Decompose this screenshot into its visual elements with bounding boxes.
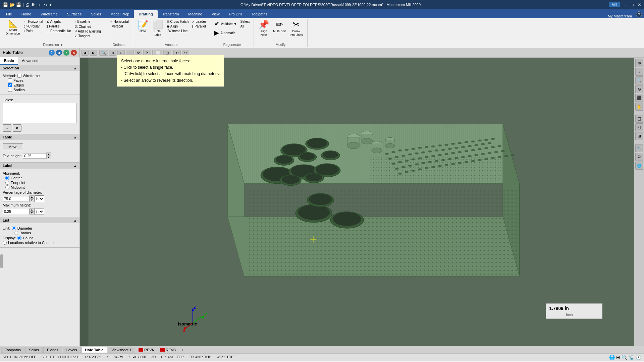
open-icon[interactable]: 📂 (9, 2, 15, 7)
selection-section-header[interactable]: Selection ▲ (0, 65, 79, 71)
max-height-down-button[interactable]: ▼ (30, 212, 34, 215)
save-icon[interactable]: 💾 (3, 2, 8, 7)
tab-surfaces[interactable]: Surfaces (62, 10, 86, 18)
tab-levels[interactable]: Levels (63, 347, 81, 353)
max-height-unit-select[interactable]: in (34, 208, 44, 215)
rt-btn5[interactable]: ⬛ (635, 94, 643, 102)
wifi-icon[interactable]: 📡 (629, 355, 634, 360)
horizontal-dim-button[interactable]: ↔ Horizontal (22, 19, 45, 24)
help-button[interactable]: ? (636, 11, 642, 17)
tab-toolpaths[interactable]: Toolpaths (247, 10, 272, 18)
viewport[interactable]: Select one or more internal hole faces: … (80, 48, 644, 346)
note-button[interactable]: 📝 Note (136, 19, 150, 34)
perpendicular-dim-button[interactable]: ⊥ Perpendicular (45, 29, 72, 33)
undo-icon[interactable]: ↩ (39, 2, 43, 7)
redo-icon[interactable]: ↪ (44, 2, 48, 7)
pct-diameter-input[interactable] (3, 196, 30, 201)
locations-radio[interactable] (3, 241, 7, 245)
tab-wireframe[interactable]: Wireframe (36, 10, 62, 18)
pct-unit-select[interactable]: in (34, 195, 44, 202)
text-height-down-button[interactable]: ▼ (46, 156, 51, 159)
tab-add-button[interactable]: + (179, 347, 185, 353)
tab-basic[interactable]: Basic (0, 57, 18, 65)
rt-btn4[interactable]: ⊖ (635, 85, 643, 93)
tab-drafting[interactable]: Drafting (134, 10, 157, 18)
globe-icon[interactable]: 🌐 (609, 355, 615, 360)
panel-cancel-button[interactable]: ✕ (71, 50, 77, 56)
bodies-checkbox[interactable] (8, 88, 12, 92)
print-icon[interactable]: 🖨 (25, 2, 30, 7)
pct-down-button[interactable]: ▼ (30, 199, 34, 202)
tab-pro-drill[interactable]: Pro Drill (224, 10, 247, 18)
text-height-up-button[interactable]: ▲ (46, 153, 51, 156)
rt-btn8[interactable]: ◱ (635, 123, 643, 131)
automatic-button[interactable]: ▶ Automatic (213, 28, 238, 37)
holes-add-button[interactable]: ↔ (3, 124, 11, 132)
max-height-up-button[interactable]: ▲ (30, 208, 34, 212)
preview-icon[interactable]: 👁 (31, 2, 35, 7)
close-button[interactable]: ✕ (638, 2, 641, 7)
pct-up-button[interactable]: ▲ (30, 195, 34, 199)
max-height-input[interactable] (3, 209, 30, 214)
rt-btn7[interactable]: ◰ (635, 115, 643, 123)
tab-home[interactable]: Home (17, 10, 36, 18)
edges-checkbox[interactable] (8, 83, 12, 87)
minimize-button[interactable]: ─ (624, 2, 627, 7)
endpoint-radio[interactable] (5, 181, 9, 185)
my-mastercam-link[interactable]: My Mastercam (604, 14, 635, 18)
move-button[interactable]: Move (3, 143, 23, 150)
panel-info-button[interactable]: ? (49, 50, 55, 56)
tab-solids[interactable]: Solids (86, 10, 106, 18)
tab-revb[interactable]: REVB (157, 347, 178, 353)
add-to-existing-button[interactable]: ↗ Add To Existing (73, 29, 102, 34)
rt-btn1[interactable]: ⊕ (635, 59, 643, 67)
tab-solids-bottom[interactable]: Solids (25, 347, 43, 353)
multi-edit-button[interactable]: ✏ Multi-Edit (271, 19, 287, 34)
diameter-radio[interactable] (12, 226, 16, 230)
baseline-dim-button[interactable]: ⌗ Baseline (73, 19, 102, 24)
witness-line-button[interactable]: | Witness Line (165, 29, 190, 33)
rt-btn12[interactable]: 🌐 (635, 162, 643, 170)
vt-btn4[interactable]: ⊕ (109, 50, 116, 56)
holes-remove-button[interactable]: ✕ (13, 124, 21, 132)
tab-planes[interactable]: Planes (43, 347, 62, 353)
crosshatch-button[interactable]: ⊞ Cross Hatch (165, 19, 190, 24)
horiz-ordinate-button[interactable]: ↔ Horizontal (108, 19, 130, 24)
radius-radio[interactable] (14, 231, 18, 235)
parallel-dim-button[interactable]: ∥ Parallel (45, 24, 72, 28)
tab-machine[interactable]: Machine (183, 10, 207, 18)
tab-hole-table[interactable]: Hole Table (82, 347, 107, 353)
point-dim-button[interactable]: • Point (22, 29, 45, 33)
rt-btn3[interactable]: 🔍 (635, 76, 643, 84)
redo-dropdown-icon[interactable]: ▼ (49, 3, 52, 7)
tab-advanced[interactable]: Advanced (18, 57, 42, 65)
tab-toolpaths[interactable]: Toolpaths (1, 347, 24, 353)
tab-reva[interactable]: REVA (136, 347, 157, 353)
panel-back-button[interactable]: ◀ (56, 50, 62, 56)
tangent-dim-button[interactable]: ∠ Tangent (73, 34, 102, 38)
rt-btn11[interactable]: ⚙ (635, 153, 643, 161)
list-section-header[interactable]: List ▲ (0, 217, 79, 223)
text-height-input[interactable] (23, 153, 46, 159)
tab-view[interactable]: View (207, 10, 224, 18)
circular-dim-button[interactable]: ◯ Circular (22, 24, 45, 28)
angular-dim-button[interactable]: ∠ Angular (45, 19, 72, 24)
leader-button[interactable]: ↗ Leader (191, 19, 207, 24)
midpoint-radio[interactable] (5, 185, 9, 189)
grid-icon[interactable]: ⊞ (616, 355, 620, 360)
vt-btn2[interactable]: ▶ (90, 50, 97, 56)
dimension-expand-icon[interactable]: ▼ (60, 43, 63, 47)
rt-btn9[interactable]: ⊞ (635, 132, 643, 140)
smart-dimension-button[interactable]: 📐 SmartDimension (4, 19, 22, 36)
panel-ok-button[interactable]: ✓ (63, 50, 69, 56)
maximize-button[interactable]: □ (631, 2, 634, 7)
faces-checkbox[interactable] (8, 78, 12, 82)
wireframe-checkbox[interactable] (17, 74, 21, 78)
vert-ordinate-button[interactable]: ↕ Vertical (108, 24, 130, 28)
rt-btn2[interactable]: ↕ (635, 68, 643, 76)
validate-button[interactable]: ✔ Validate ▼ (213, 19, 238, 28)
panel-scrollbar[interactable] (0, 248, 3, 346)
save2-icon[interactable]: 💾 (16, 2, 21, 7)
align-button[interactable]: ◉ Align (165, 24, 190, 28)
parallel-annotate-button[interactable]: ∥ Parallel (191, 24, 207, 28)
